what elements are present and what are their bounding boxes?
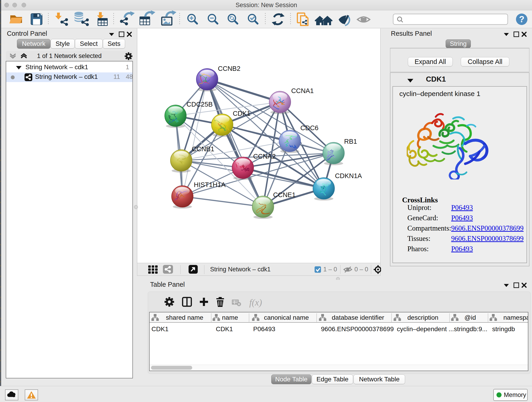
svg-text:?: ? (519, 14, 524, 24)
svg-text:CCNA1: CCNA1 (291, 87, 314, 95)
svg-text:description: description (407, 314, 438, 321)
svg-text:P06493: P06493 (253, 325, 275, 332)
svg-text:CDK1: CDK1 (152, 325, 169, 332)
svg-text:CDKN1A: CDKN1A (335, 172, 362, 179)
svg-text:cyclin–dependent ...: cyclin–dependent ... (397, 325, 454, 332)
svg-text:shared name: shared name (166, 314, 203, 321)
svg-text:CCNB2: CCNB2 (218, 65, 240, 72)
svg-text:@id: @id (464, 314, 476, 321)
svg-text:CCNB1: CCNB1 (192, 145, 214, 153)
svg-text:CCNA2: CCNA2 (253, 153, 276, 160)
svg-text:RB1: RB1 (344, 138, 357, 145)
svg-text:9606.ENSP00000378699: 9606.ENSP00000378699 (321, 325, 394, 332)
svg-text:CDK1: CDK1 (233, 110, 250, 117)
svg-text:HIST1H1A: HIST1H1A (194, 181, 226, 188)
svg-text:namespac: namespac (503, 314, 528, 321)
svg-text:f(x): f(x) (249, 297, 262, 307)
svg-text:CDC25B: CDC25B (186, 101, 213, 108)
svg-text:database identifier: database identifier (332, 314, 384, 321)
svg-text:name: name (222, 314, 238, 321)
svg-text:CCNE1: CCNE1 (273, 191, 296, 198)
svg-text:CDC6: CDC6 (300, 124, 318, 132)
svg-text:CDK1: CDK1 (216, 325, 233, 332)
svg-text:stringdb:9...: stringdb:9... (454, 325, 487, 332)
svg-text:canonical name: canonical name (264, 314, 309, 321)
svg-text:stringdb: stringdb (492, 325, 515, 332)
